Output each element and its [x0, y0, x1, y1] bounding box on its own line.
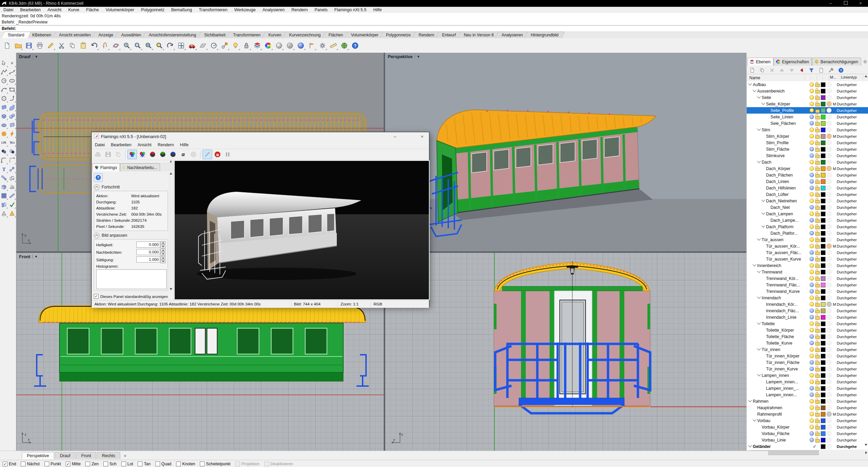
cut-icon[interactable] [56, 40, 67, 51]
layer-row-Dach-K-rper[interactable]: Dach_KörperMDurchgeher [747, 165, 868, 172]
layer-lock-icon[interactable] [815, 84, 820, 87]
expander-icon[interactable] [748, 82, 752, 85]
panel-tab-eigenschaften[interactable]: Eigenschaften [774, 57, 812, 66]
layer-lock-icon[interactable] [815, 374, 820, 378]
layer-color-swatch[interactable] [821, 341, 826, 346]
layer-lock-icon[interactable] [815, 181, 820, 184]
layer-row-Lampen-innen-[interactable]: Lampen_innen...Durchgeher [747, 391, 868, 398]
layer-color-swatch[interactable] [821, 192, 826, 197]
layer-color-swatch[interactable] [821, 308, 826, 313]
osnap-checkbox[interactable] [264, 462, 269, 466]
osnap-nächst[interactable]: Nächst [21, 462, 39, 466]
default-panel-checkbox[interactable]: ✓ Dieses Panel standardmäßig anzeigen [94, 294, 168, 299]
layer-linetype[interactable]: Durchgeher [837, 154, 863, 158]
layer-lock-icon[interactable] [815, 271, 820, 274]
layer-visibility-bulb[interactable] [810, 367, 814, 371]
layer-lock-icon[interactable] [815, 232, 820, 236]
flamingo-tab-nachbearbeitung[interactable]: ☆Nachbearbeitu... [120, 163, 160, 171]
layer-visibility-bulb[interactable] [810, 334, 814, 339]
layer-color-swatch[interactable] [821, 160, 826, 165]
layer-visibility-bulb[interactable] [810, 199, 814, 203]
layer-row-Dach-Platform[interactable]: Dach_PlatformDurchgeher [747, 223, 868, 230]
layer-row-Aussenbereich[interactable]: AussenbereichDurchgeher [747, 88, 868, 94]
layer-visibility-bulb[interactable] [810, 231, 814, 235]
layer-lock-icon[interactable] [815, 336, 820, 339]
viewport-title-drauf[interactable]: Drauf▼ [19, 54, 38, 59]
channel-rgb-icon[interactable] [127, 150, 137, 159]
expander-icon[interactable] [757, 372, 761, 376]
layer-lock-icon[interactable] [815, 387, 820, 391]
split-icon[interactable] [8, 138, 16, 147]
layer-lock-icon[interactable] [815, 290, 820, 294]
layer-linetype[interactable]: Durchgeher [837, 283, 863, 287]
set-current-layer-icon[interactable] [797, 66, 805, 74]
layer-material-circle[interactable] [827, 386, 832, 391]
rotate-view-icon[interactable] [111, 40, 121, 51]
layer-visibility-bulb[interactable] [810, 431, 814, 436]
layer-linetype[interactable]: Durchgeher [837, 399, 863, 403]
layer-visibility-bulb[interactable] [810, 108, 814, 113]
osnap-projektion[interactable]: Projektion [235, 462, 259, 466]
layer-row-Trennwand[interactable]: TrennwandDurchgeher [747, 269, 868, 275]
layer-linetype[interactable]: Durchgeher [837, 373, 863, 378]
layer-row-Dach-Niet[interactable]: Dach_NietDurchgeher [747, 204, 868, 211]
layer-color-swatch[interactable] [821, 250, 826, 255]
fillet-corner-icon[interactable] [8, 156, 16, 164]
layer-row-T-r-innen-Fl-che[interactable]: Tür_innen_FlächeDurchgeher [747, 359, 868, 366]
layer-row-Lampen-innen-[interactable]: Lampen_innen_...Durchgeher [747, 385, 868, 391]
layer-material-circle[interactable] [827, 95, 832, 100]
channel-depth-icon[interactable] [189, 150, 198, 159]
layer-row-Innendach-Linie[interactable]: Innendach_LinieDurchgeher [747, 314, 868, 320]
layer-material-circle[interactable] [827, 108, 832, 113]
layer-row-Seite-Linien[interactable]: Seite_LinienDurchgeher [747, 114, 868, 120]
collapse-icon[interactable] [94, 184, 100, 190]
layer-material-circle[interactable] [827, 88, 832, 94]
layer-visibility-bulb[interactable] [810, 192, 814, 197]
color-wheel-icon[interactable] [263, 40, 273, 51]
channel-green-icon[interactable] [158, 150, 168, 159]
viewport-title-front[interactable]: Front▼ [19, 254, 38, 259]
layer-linetype[interactable]: Durchgeher [837, 231, 863, 235]
find-icon[interactable] [93, 150, 103, 159]
layer-material-circle[interactable] [827, 373, 832, 378]
menu-polygonnetz[interactable]: Polygonnetz [138, 7, 168, 12]
layer-material-circle[interactable] [827, 153, 832, 158]
arc-icon[interactable] [0, 85, 8, 94]
column-material[interactable]: M... [829, 75, 840, 80]
layer-linetype[interactable]: Durchgeher [837, 83, 863, 87]
layer-color-swatch[interactable] [821, 263, 826, 268]
layer-row-T-r-aussen-Fl-c-[interactable]: Tür_aussen_Fläc...Durchgeher [747, 249, 868, 256]
expander-icon[interactable] [748, 444, 752, 447]
open-file-icon[interactable] [13, 40, 23, 51]
layer-visibility-bulb[interactable] [810, 250, 814, 255]
layer-material-circle[interactable] [827, 360, 832, 365]
layer-material-circle[interactable] [827, 399, 832, 404]
layer-linetype[interactable]: Durchgeher [837, 115, 863, 119]
layer-material-circle[interactable] [827, 302, 832, 307]
layer-color-swatch[interactable] [821, 283, 826, 287]
layer-lock-icon[interactable] [815, 174, 820, 178]
channel-rgb-alpha-icon[interactable] [138, 150, 147, 159]
layer-material-circle[interactable] [827, 134, 832, 139]
layer-color-swatch[interactable] [821, 89, 826, 94]
layer-material-circle[interactable] [827, 192, 832, 197]
render-sphere-mesh-icon[interactable] [285, 40, 295, 51]
array-grid-icon[interactable] [0, 191, 8, 200]
layer-material-circle[interactable] [827, 218, 832, 223]
flamingo-menu-bearbeiten[interactable]: Bearbeiten [108, 143, 134, 147]
layer-lock-icon[interactable] [815, 394, 820, 397]
layer-row-Toilette-K-rper[interactable]: Toilette_KörperDurchgeher [747, 327, 868, 333]
layer-linetype[interactable]: Durchgeher [837, 380, 863, 384]
layer-lock-icon[interactable] [815, 142, 820, 145]
layer-material-circle[interactable] [827, 140, 832, 145]
osnap-end[interactable]: ✓End [3, 462, 16, 466]
layer-row-Gel-nder[interactable]: Geländer✓Durchgehe [747, 443, 868, 450]
layer-material-circle[interactable] [827, 444, 832, 449]
viewport-tab-rechts[interactable]: Rechts [97, 452, 120, 459]
help-icon[interactable]: ? [350, 40, 360, 51]
layer-linetype[interactable]: Durchgeher [837, 121, 863, 126]
move-layer-up-icon[interactable] [778, 66, 786, 74]
scroll-down-arrow[interactable] [865, 444, 867, 446]
layer-lock-icon[interactable] [815, 407, 820, 410]
layer-material-circle[interactable] [827, 101, 832, 106]
